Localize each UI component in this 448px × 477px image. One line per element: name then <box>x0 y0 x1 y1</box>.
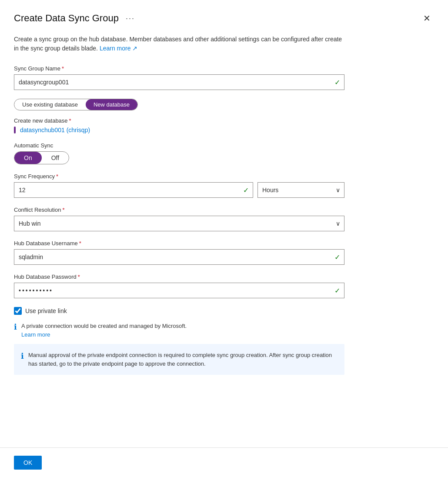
private-link-learn-more[interactable]: Learn more <box>21 330 187 339</box>
required-marker-db: * <box>69 117 71 124</box>
new-database-tab[interactable]: New database <box>86 99 137 110</box>
required-marker: * <box>62 65 64 72</box>
sync-group-name-check-icon: ✓ <box>334 78 340 87</box>
freq-check-icon: ✓ <box>243 186 249 194</box>
automatic-sync-section: Automatic Sync On Off <box>14 142 434 164</box>
hub-password-label: Hub Database Password * <box>14 274 434 280</box>
sync-group-name-input[interactable] <box>14 74 344 90</box>
sync-frequency-section: Sync Frequency * ✓ Hours Minutes Days ∨ <box>14 173 434 198</box>
conflict-resolution-section: Conflict Resolution * Hub win Member win… <box>14 207 434 231</box>
sync-frequency-number-input[interactable] <box>14 182 253 198</box>
create-new-database-section: Create new database * datasynchub001 (ch… <box>14 117 434 133</box>
hub-username-wrapper: ✓ <box>14 249 344 265</box>
private-link-row: Use private link <box>14 307 434 315</box>
sync-group-name-section: Sync Group Name * ✓ <box>14 65 434 90</box>
private-link-checkbox[interactable] <box>14 307 22 315</box>
freq-unit-wrapper: Hours Minutes Days ∨ <box>257 182 344 198</box>
panel-title: Create Data Sync Group <box>14 13 119 24</box>
db-link-border <box>14 127 16 133</box>
learn-more-link[interactable]: Learn more ↗ <box>100 45 137 52</box>
sync-frequency-label: Sync Frequency * <box>14 173 434 180</box>
hub-password-check-icon: ✓ <box>334 287 340 295</box>
hub-username-check-icon: ✓ <box>334 253 340 261</box>
panel-footer: OK <box>0 447 448 477</box>
required-marker-user: * <box>79 240 81 247</box>
freq-number-wrapper: ✓ <box>14 182 253 198</box>
create-data-sync-group-panel: Create Data Sync Group ··· ✕ Create a sy… <box>0 0 448 477</box>
sync-group-name-wrapper: ✓ <box>14 74 344 90</box>
hub-username-section: Hub Database Username * ✓ <box>14 240 434 265</box>
required-marker-pass: * <box>78 274 80 280</box>
hub-password-input[interactable] <box>14 283 344 298</box>
description-text: Create a sync group on the hub database.… <box>14 35 344 53</box>
database-tabs: Use existing database New database <box>14 99 138 110</box>
hub-username-input[interactable] <box>14 249 344 265</box>
sync-frequency-row: ✓ Hours Minutes Days ∨ <box>14 182 344 198</box>
info-icon: ℹ <box>14 322 17 332</box>
ellipsis-button[interactable]: ··· <box>123 13 137 24</box>
required-marker-freq: * <box>56 173 58 180</box>
conflict-resolution-select[interactable]: Hub win Member win <box>14 216 344 231</box>
automatic-sync-toggle: On Off <box>14 151 69 164</box>
private-link-info-row: ℹ A private connection would be created … <box>14 322 344 339</box>
info-note-text: A private connection would be created an… <box>21 322 187 339</box>
toggle-off-button[interactable]: Off <box>42 152 69 164</box>
private-link-label: Use private link <box>25 307 67 314</box>
toggle-on-button[interactable]: On <box>14 152 42 164</box>
conflict-resolution-wrapper: Hub win Member win ∨ <box>14 216 344 231</box>
panel-header: Create Data Sync Group ··· ✕ <box>14 12 434 24</box>
use-existing-database-tab[interactable]: Use existing database <box>14 99 86 110</box>
hub-username-label: Hub Database Username * <box>14 240 434 247</box>
automatic-sync-label: Automatic Sync <box>14 142 434 149</box>
sync-group-name-label: Sync Group Name * <box>14 65 434 72</box>
db-link-text[interactable]: datasynchub001 (chrisqp) <box>20 127 90 133</box>
info-box-icon: ℹ <box>21 351 24 361</box>
create-new-database-label: Create new database * <box>14 117 434 124</box>
sync-frequency-unit-select[interactable]: Hours Minutes Days <box>257 182 344 198</box>
info-box-text: Manual approval of the private endpoint … <box>28 351 338 368</box>
required-marker-conflict: * <box>62 207 64 213</box>
conflict-resolution-label: Conflict Resolution * <box>14 207 434 213</box>
hub-password-wrapper: ✓ <box>14 283 344 298</box>
ok-button[interactable]: OK <box>14 456 42 470</box>
db-link-row: datasynchub001 (chrisqp) <box>14 127 434 133</box>
hub-password-section: Hub Database Password * ✓ <box>14 274 434 298</box>
close-button[interactable]: ✕ <box>420 12 434 24</box>
private-endpoint-info-box: ℹ Manual approval of the private endpoin… <box>14 344 344 375</box>
title-row: Create Data Sync Group ··· <box>14 13 137 24</box>
external-link-icon: ↗ <box>132 45 137 52</box>
